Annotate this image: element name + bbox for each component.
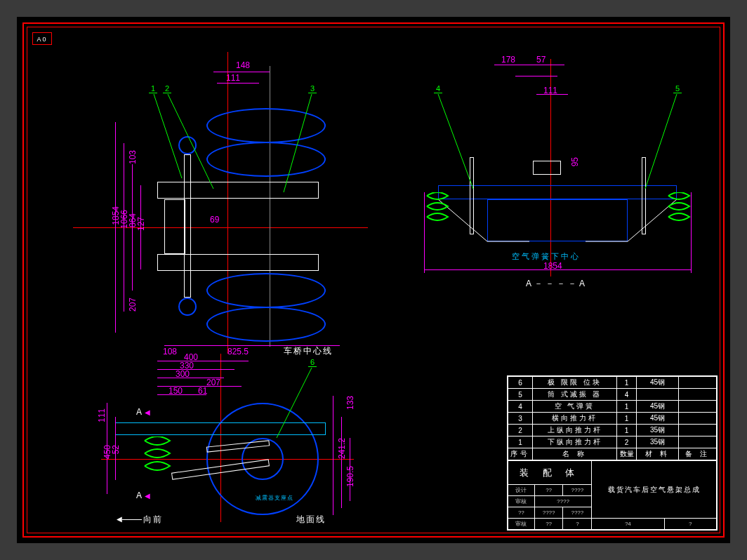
svg-line-0: [154, 94, 182, 178]
balloon-5: 5: [673, 84, 682, 93]
bom-header: 序号名 称数量材 料备 注: [508, 448, 717, 460]
top-view-leaders: [73, 52, 368, 354]
side-leaders: [101, 354, 368, 529]
drawing-title: 载货汽车后空气悬架总成: [608, 486, 701, 493]
svg-line-4: [645, 94, 677, 189]
balloon-4: 4: [434, 84, 442, 93]
svg-line-1: [168, 94, 213, 189]
bom-table: 6极 限限 位块145钢 5筒 式减振 器4 4空 气弹簧145钢 3横向推力杆…: [508, 376, 717, 460]
balloon-6: 6: [308, 358, 317, 367]
balloon-2: 2: [163, 84, 171, 93]
bom-row: 4空 气弹簧145钢: [508, 401, 717, 413]
section-view: 178 57 111 95 1854 空气弹簧下中心 A－－－－A 4 5: [396, 52, 705, 298]
bom-row: 5筒 式减振 器4: [508, 389, 717, 401]
bom-row: 1下纵向推力杆235钢: [508, 436, 717, 448]
assembly-label: 装 配 体: [520, 467, 580, 478]
title-area: 装 配 体 载货汽车后空气悬架总成 设计?????? 审核???? ??????…: [508, 460, 717, 530]
bom-row: 6极 限限 位块145钢: [508, 377, 717, 389]
svg-line-2: [284, 94, 312, 192]
cad-canvas: A0: [17, 17, 730, 543]
side-view: A A ◀ ◀ 400 330 300 207 150 61 111 450 5…: [101, 354, 368, 529]
top-view: 1854 1066 864 127 103 207 148 111 69 108…: [73, 52, 368, 354]
balloon-1: 1: [149, 84, 157, 93]
svg-line-5: [277, 368, 312, 438]
balloon-3: 3: [308, 84, 317, 93]
svg-line-3: [438, 94, 473, 189]
title-block: 6极 限限 位块145钢 5筒 式减振 器4 4空 气弹簧145钢 3横向推力杆…: [507, 375, 718, 531]
bom-row: 3横向推力杆145钢: [508, 413, 717, 425]
bom-row: 2上纵向推力杆135钢: [508, 425, 717, 436]
section-leaders: [396, 52, 705, 298]
